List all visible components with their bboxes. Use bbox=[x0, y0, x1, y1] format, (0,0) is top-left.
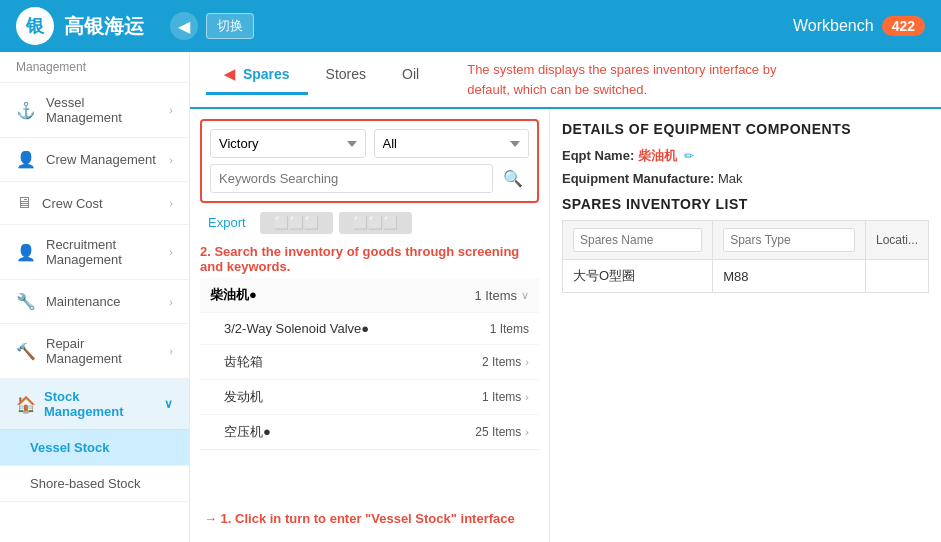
monitor-icon: 🖥 bbox=[16, 194, 32, 212]
back-button[interactable]: ◀ bbox=[170, 12, 198, 40]
tab-stores[interactable]: Stores bbox=[308, 56, 384, 95]
tab-arrow: ◀ bbox=[224, 66, 235, 82]
equipment-group-main: 柴油机● 1 Items ∨ 3/2-Way Solenoid Valve● 1… bbox=[200, 278, 539, 450]
spares-table: Locati... 大号O型圈 M88 bbox=[562, 220, 929, 293]
recruit-icon: 👤 bbox=[16, 243, 36, 262]
manufacture-row: Equipment Manufacture: Mak bbox=[562, 171, 929, 186]
header-nav: ◀ 切换 bbox=[170, 12, 254, 40]
category-select[interactable]: All bbox=[374, 129, 530, 158]
top-annotation: The system displays the spares inventory… bbox=[453, 52, 790, 107]
chevron-down-icon: ∨ bbox=[164, 397, 173, 411]
bottom-annotation: → 1. Click in turn to enter "Vessel Stoc… bbox=[200, 505, 539, 532]
list-item[interactable]: 齿轮箱 2 Items › bbox=[200, 344, 539, 379]
equipment-name: 柴油机● bbox=[210, 286, 257, 304]
sidebar-label-crew-cost: Crew Cost bbox=[42, 196, 159, 211]
equipment-group-header[interactable]: 柴油机● 1 Items ∨ bbox=[200, 278, 539, 312]
spars-type-cell: M88 bbox=[713, 260, 866, 293]
main-layout: Management ⚓ Vessel Management › 👤 Crew … bbox=[0, 52, 941, 542]
tab-spares[interactable]: ◀ Spares bbox=[206, 56, 308, 95]
app-header: 银 高银海运 ◀ 切换 Workbench 422 bbox=[0, 0, 941, 52]
left-panel: Victory All 🔍 Export ⬜⬜⬜ ⬜⬜⬜ bbox=[190, 109, 550, 542]
table-row: 大号O型圈 M88 bbox=[563, 260, 929, 293]
vessel-select[interactable]: Victory bbox=[210, 129, 366, 158]
col-location: Locati... bbox=[865, 221, 928, 260]
chevron-right-icon-5: › bbox=[169, 296, 173, 308]
eqpt-label: Eqpt Name: bbox=[562, 148, 634, 163]
app-logo: 银 bbox=[16, 7, 54, 45]
chevron-right-icon-4: › bbox=[169, 246, 173, 258]
switch-button[interactable]: 切换 bbox=[206, 13, 254, 39]
chevron-right-icon: › bbox=[169, 104, 173, 116]
sidebar-label-crew: Crew Management bbox=[46, 152, 159, 167]
right-panel: DETAILS OF EQUIPMENT COMPONENTS Eqpt Nam… bbox=[550, 109, 941, 542]
sub-item-name: 齿轮箱 bbox=[224, 353, 263, 371]
sub-item-count: 1 Items bbox=[490, 322, 529, 336]
sidebar-label-stock: Stock Management bbox=[44, 389, 160, 419]
search-button[interactable]: 🔍 bbox=[497, 164, 529, 193]
chevron-right-icon-2: › bbox=[169, 154, 173, 166]
sidebar-label-shore-stock: Shore-based Stock bbox=[30, 476, 141, 491]
manufacture-value: Mak bbox=[718, 171, 743, 186]
workbench-label: Workbench bbox=[793, 17, 874, 35]
sidebar-item-shore-stock[interactable]: Shore-based Stock bbox=[0, 466, 189, 502]
sidebar-label-maintenance: Maintenance bbox=[46, 294, 159, 309]
list-item[interactable]: 发动机 1 Items › bbox=[200, 379, 539, 414]
spares-name-cell: 大号O型圈 bbox=[563, 260, 713, 293]
equipment-list: 柴油机● 1 Items ∨ 3/2-Way Solenoid Valve● 1… bbox=[200, 278, 539, 505]
sidebar-item-crew-cost[interactable]: 🖥 Crew Cost › bbox=[0, 182, 189, 225]
eqpt-value: 柴油机 bbox=[638, 148, 677, 163]
chevron-right-icon-3: › bbox=[169, 197, 173, 209]
sidebar-item-recruitment[interactable]: 👤 Recruitment Management › bbox=[0, 225, 189, 280]
chevron-right-icon-6: › bbox=[169, 345, 173, 357]
details-title: DETAILS OF EQUIPMENT COMPONENTS bbox=[562, 121, 929, 137]
equipment-count: 1 Items ∨ bbox=[474, 288, 529, 303]
action-btn-2[interactable]: ⬜⬜⬜ bbox=[339, 212, 412, 234]
spares-inventory-title: SPARES INVENTORY LIST bbox=[562, 196, 929, 212]
sidebar-label-vessel: Vessel Management bbox=[46, 95, 159, 125]
tabs: ◀ Spares Stores Oil bbox=[190, 52, 453, 96]
sidebar-item-stock-management[interactable]: 🏠 Stock Management ∨ bbox=[0, 379, 189, 430]
repair-icon: 🔨 bbox=[16, 342, 36, 361]
list-item[interactable]: 3/2-Way Solenoid Valve● 1 Items bbox=[200, 312, 539, 344]
sidebar-management-label: Management bbox=[0, 52, 189, 83]
sub-item-name: 空压机● bbox=[224, 423, 271, 441]
tab-oil[interactable]: Oil bbox=[384, 56, 437, 95]
eqpt-name-row: Eqpt Name: 柴油机 ✏ bbox=[562, 147, 929, 165]
action-row: Export ⬜⬜⬜ ⬜⬜⬜ bbox=[200, 211, 539, 234]
sidebar-item-maintenance[interactable]: 🔧 Maintenance › bbox=[0, 280, 189, 324]
search-row: 🔍 bbox=[210, 164, 529, 193]
user-icon: 👤 bbox=[16, 150, 36, 169]
action-btn-1[interactable]: ⬜⬜⬜ bbox=[260, 212, 333, 234]
anchor-icon: ⚓ bbox=[16, 101, 36, 120]
sidebar-label-recruitment: Recruitment Management bbox=[46, 237, 159, 267]
location-cell bbox=[865, 260, 928, 293]
wrench-icon: 🔧 bbox=[16, 292, 36, 311]
sidebar-item-crew-management[interactable]: 👤 Crew Management › bbox=[0, 138, 189, 182]
filter-row: Victory All bbox=[210, 129, 529, 158]
content-body: Victory All 🔍 Export ⬜⬜⬜ ⬜⬜⬜ bbox=[190, 109, 941, 542]
edit-icon[interactable]: ✏ bbox=[684, 149, 694, 163]
sidebar-item-repair[interactable]: 🔨 Repair Management › bbox=[0, 324, 189, 379]
spares-name-input[interactable] bbox=[573, 228, 702, 252]
search-input[interactable] bbox=[210, 164, 493, 193]
sub-item-name: 发动机 bbox=[224, 388, 263, 406]
sidebar-item-vessel-management[interactable]: ⚓ Vessel Management › bbox=[0, 83, 189, 138]
annotation-2: 2. Search the inventory of goods through… bbox=[200, 240, 539, 278]
sub-item-count: 1 Items › bbox=[482, 390, 529, 404]
sidebar-item-vessel-stock[interactable]: Vessel Stock bbox=[0, 430, 189, 466]
main-content: ◀ Spares Stores Oil The system displays … bbox=[190, 52, 941, 542]
sidebar-label-vessel-stock: Vessel Stock bbox=[30, 440, 110, 455]
workbench-badge[interactable]: 422 bbox=[882, 16, 925, 36]
sub-item-count: 2 Items › bbox=[482, 355, 529, 369]
sub-item-name: 3/2-Way Solenoid Valve● bbox=[224, 321, 369, 336]
sub-item-count: 25 Items › bbox=[475, 425, 529, 439]
export-button[interactable]: Export bbox=[200, 211, 254, 234]
col-spares-name bbox=[563, 221, 713, 260]
header-right: Workbench 422 bbox=[793, 16, 925, 36]
manufacture-label: Equipment Manufacture: bbox=[562, 171, 714, 186]
col-spars-type bbox=[713, 221, 866, 260]
sidebar-label-repair: Repair Management bbox=[46, 336, 159, 366]
filter-box: Victory All 🔍 bbox=[200, 119, 539, 203]
list-item[interactable]: 空压机● 25 Items › bbox=[200, 414, 539, 449]
spars-type-input[interactable] bbox=[723, 228, 855, 252]
